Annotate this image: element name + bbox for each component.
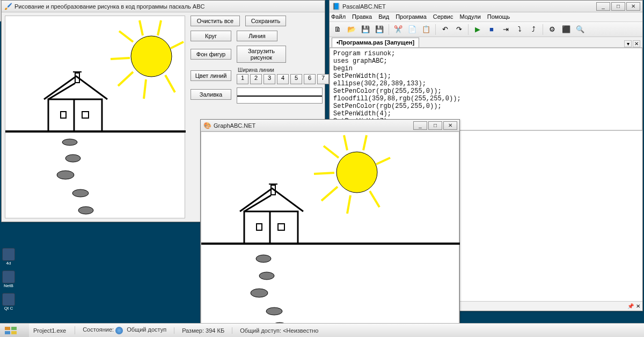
step-over-icon[interactable]: ⤵ (514, 24, 525, 35)
maximize-button[interactable]: □ (428, 121, 442, 130)
ide-tabbar: •Программа.pas [Запущен] ▾ ✕ (330, 37, 642, 48)
taskbar: Project1.exe Состояние: Общий доступ Раз… (0, 323, 644, 337)
save-button[interactable]: Сохранить (245, 16, 286, 26)
desktop-icon[interactable]: 4d (1, 248, 16, 267)
clear-all-button[interactable]: Очистить все (191, 16, 240, 26)
fill-button[interactable]: Заливка (191, 89, 231, 100)
load-image-button[interactable]: Загрузить рисунок (237, 46, 286, 63)
svg-rect-3 (61, 112, 66, 118)
svg-line-14 (158, 20, 161, 35)
line-button[interactable]: Линия (237, 31, 277, 41)
menu-service[interactable]: Сервис (433, 13, 453, 21)
width-btn-2[interactable]: 2 (250, 74, 262, 84)
step-out-icon[interactable]: ⤴ (528, 24, 539, 35)
paste-icon[interactable]: 📋 (420, 24, 432, 35)
pin-icon[interactable]: 📌 (627, 303, 634, 309)
width-btn-4[interactable]: 4 (277, 74, 289, 84)
tab-program[interactable]: •Программа.pas [Запущен] (332, 38, 419, 47)
menu-file[interactable]: Файл (331, 13, 346, 21)
drawing-app-title: Рисование и преобразование рисунка в код… (14, 3, 205, 10)
svg-rect-4 (82, 112, 89, 118)
svg-line-12 (165, 75, 175, 92)
build-icon[interactable]: ⚙ (546, 24, 558, 35)
ide-menubar: Файл Правка Вид Программа Сервис Модули … (330, 12, 642, 22)
width-btn-3[interactable]: 3 (264, 74, 275, 84)
line-preview (237, 87, 323, 104)
svg-line-11 (144, 79, 146, 99)
line-width-label: Ширина линии (238, 67, 331, 73)
graphabc-app-icon: 🎨 (203, 121, 211, 130)
svg-point-16 (62, 139, 77, 145)
svg-rect-25 (257, 224, 262, 230)
menu-help[interactable]: Помощь (487, 13, 510, 21)
tab-close-icon[interactable]: ✕ (633, 40, 640, 47)
svg-rect-45 (11, 327, 17, 330)
menu-modules[interactable]: Модули (459, 13, 480, 21)
statusbar-size: Размер: 394 КБ (174, 327, 232, 334)
svg-line-33 (347, 195, 350, 214)
svg-line-32 (321, 187, 338, 201)
svg-point-29 (336, 152, 377, 193)
svg-point-18 (57, 171, 74, 179)
share-icon (115, 327, 123, 334)
ide-toolbar: 🗎 📂 💾 💾 ✂️ 📄 📋 ↶ ↷ ▶ ■ ⇥ ⤵ ⤴ ⚙ ⬛ 🔍 (330, 22, 642, 37)
new-file-icon[interactable]: 🗎 (332, 24, 343, 35)
statusbar-state: Состояние: Общий доступ (75, 326, 174, 334)
menu-edit[interactable]: Правка (352, 13, 372, 21)
minimize-button[interactable]: _ (413, 121, 427, 130)
drawing-svg (5, 16, 186, 219)
stop-icon[interactable]: ■ (486, 24, 497, 35)
svg-point-7 (131, 36, 172, 77)
svg-line-8 (119, 31, 133, 42)
compile-icon[interactable]: ⬛ (560, 24, 572, 35)
svg-line-30 (324, 146, 339, 158)
svg-rect-47 (11, 331, 17, 334)
tab-dropdown-icon[interactable]: ▾ (624, 40, 632, 47)
cut-icon[interactable]: ✂️ (392, 24, 404, 35)
panel-close-icon[interactable]: ✕ (636, 303, 640, 309)
close-button[interactable]: ✕ (626, 2, 640, 11)
circle-button[interactable]: Круг (191, 31, 231, 41)
drawing-app-titlebar[interactable]: 🖌️ Рисование и преобразование рисунка в … (2, 1, 325, 12)
code-editor[interactable]: Program risunok; uses graphABC; begin Se… (330, 48, 642, 130)
svg-rect-46 (5, 331, 10, 334)
svg-rect-26 (278, 224, 284, 230)
minimize-button[interactable]: _ (596, 2, 610, 11)
step-into-icon[interactable]: ⇥ (500, 24, 511, 35)
svg-point-41 (266, 307, 282, 315)
svg-line-9 (111, 58, 130, 59)
svg-line-1 (48, 83, 75, 99)
run-icon[interactable]: ▶ (472, 24, 484, 35)
drawing-canvas[interactable] (5, 16, 185, 218)
shape-bg-button[interactable]: Фон фигур (191, 49, 231, 60)
save-all-icon[interactable]: 💾 (374, 24, 385, 35)
graphabc-title: GraphABC.NET (214, 122, 255, 129)
undo-icon[interactable]: ↶ (439, 24, 451, 35)
svg-line-36 (363, 135, 367, 150)
svg-point-19 (72, 189, 89, 197)
line-color-button[interactable]: Цвет линий (191, 70, 231, 81)
graphabc-canvas (201, 131, 459, 333)
desktop-icon[interactable]: Qt C (1, 293, 16, 312)
menu-program[interactable]: Программа (396, 13, 427, 21)
start-button[interactable] (0, 324, 29, 337)
width-btn-1[interactable]: 1 (237, 74, 248, 84)
width-btn-7[interactable]: 7 (317, 74, 329, 84)
svg-line-10 (118, 72, 133, 86)
ide-titlebar[interactable]: 📘 PascalABC.NET _ □ ✕ (330, 1, 642, 12)
width-btn-5[interactable]: 5 (290, 74, 302, 84)
graphabc-titlebar[interactable]: 🎨 GraphABC.NET _ □ ✕ (201, 120, 459, 131)
close-button[interactable]: ✕ (443, 121, 457, 130)
width-btn-6[interactable]: 6 (304, 74, 316, 84)
svg-line-35 (376, 158, 390, 164)
desktop-icon[interactable]: NetB (1, 270, 16, 290)
open-folder-icon[interactable]: 📂 (346, 24, 357, 35)
copy-icon[interactable]: 📄 (406, 24, 418, 35)
find-icon[interactable]: 🔍 (574, 24, 586, 35)
maximize-button[interactable]: □ (611, 2, 625, 11)
menu-view[interactable]: Вид (378, 13, 389, 21)
svg-point-40 (251, 289, 268, 297)
svg-point-38 (256, 255, 271, 262)
save-icon[interactable]: 💾 (360, 24, 371, 35)
redo-icon[interactable]: ↷ (453, 24, 465, 35)
